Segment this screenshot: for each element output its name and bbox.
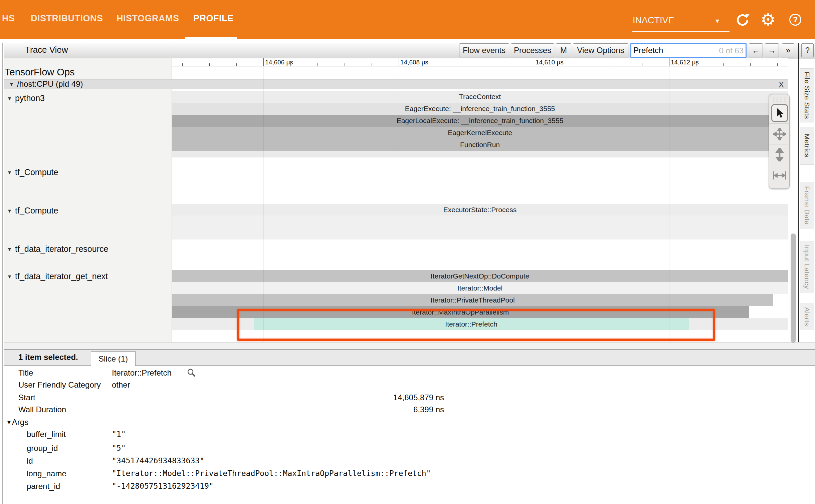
- arg-value: "-1428057513162923419": [112, 482, 214, 490]
- field-value-category: other: [112, 380, 130, 390]
- side-tab-alerts[interactable]: Alerts: [800, 303, 814, 330]
- trace-bar-iterator-model[interactable]: Iterator::Model: [172, 282, 788, 294]
- gridline: [669, 66, 669, 342]
- gridline: [263, 66, 264, 342]
- triangle-down-icon: ▼: [6, 419, 12, 426]
- caret-down-icon: ▾: [8, 95, 11, 102]
- trace-bar-eagerkernelexecute[interactable]: EagerKernelExecute: [172, 127, 788, 139]
- ruler-label: 14,612 μs: [671, 59, 699, 66]
- tab-distributions[interactable]: DISTRIBUTIONS: [31, 0, 103, 37]
- field-value-title: Iterator::Prefetch: [112, 368, 172, 378]
- pan-tool-button[interactable]: [769, 123, 790, 144]
- ruler-major-tick: [263, 58, 264, 66]
- marker-button[interactable]: M: [556, 43, 571, 57]
- more-button[interactable]: »: [782, 43, 794, 57]
- trace-bar-eagerlocalexecute[interactable]: EagerLocalExecute: __inference_train_fun…: [172, 115, 788, 127]
- caret-down-icon: ▾: [8, 207, 11, 214]
- caret-down-icon: ▾: [8, 245, 11, 253]
- arg-key: group_id: [27, 444, 58, 453]
- ruler-label: 14,606 μs: [265, 59, 293, 66]
- tab-histograms[interactable]: HISTOGRAMS: [117, 0, 179, 37]
- field-label-start: Start: [18, 393, 35, 402]
- trace-bar-privatethreadpool[interactable]: Iterator::PrivateThreadPool: [172, 294, 773, 306]
- thread-group-iterator-get-next[interactable]: ▾ tf_data_iterator_get_next: [8, 272, 108, 281]
- trace-bar-unlabeled[interactable]: [172, 151, 788, 157]
- gridline: [534, 66, 534, 342]
- section-title: TensorFlow Ops: [5, 67, 75, 78]
- thread-group-python3[interactable]: ▾ python3: [8, 93, 45, 103]
- search-result-count: 0 of 63: [719, 46, 744, 55]
- prev-result-button[interactable]: ←: [749, 43, 763, 57]
- tab-slice[interactable]: Slice (1): [91, 351, 136, 366]
- caret-down-icon: ▾: [8, 273, 11, 280]
- timing-icon: [773, 170, 786, 180]
- trace-bar-executorstate[interactable]: ExecutorState::Process: [172, 204, 788, 215]
- arg-key: parent_id: [27, 482, 60, 491]
- help-icon[interactable]: ?: [789, 14, 801, 26]
- thread-group-tf-compute-1[interactable]: ▾ tf_Compute: [8, 167, 58, 177]
- window-left-edge: [2, 43, 3, 504]
- zoom-tool-button[interactable]: [769, 144, 790, 165]
- trace-help-button[interactable]: ?: [801, 43, 814, 57]
- tab-profile[interactable]: PROFILE: [193, 0, 234, 37]
- search-input[interactable]: [633, 44, 718, 57]
- side-tab-file-size-stats[interactable]: File Size Stats: [800, 68, 814, 122]
- processes-button[interactable]: Processes: [511, 43, 554, 57]
- trace-bar-unlabeled[interactable]: [172, 215, 788, 239]
- trace-bar-tracecontext[interactable]: TraceContext: [172, 91, 788, 103]
- horizontal-scrollbar-track[interactable]: [4, 343, 815, 350]
- palette-grip-handle[interactable]: [773, 97, 786, 101]
- field-value-wall-duration: 6,399 ns: [112, 405, 444, 414]
- refresh-icon[interactable]: [735, 12, 751, 29]
- ruler-major-tick: [534, 58, 534, 66]
- side-tab-metrics[interactable]: Metrics: [800, 127, 814, 165]
- caret-down-icon: ▾: [10, 80, 13, 88]
- field-label-wall-duration: Wall Duration: [18, 405, 66, 414]
- trace-bar-functionrun[interactable]: FunctionRun: [172, 139, 788, 151]
- close-icon[interactable]: X: [779, 80, 784, 89]
- ruler-major-tick: [669, 58, 669, 66]
- timing-tool-button[interactable]: [769, 165, 790, 185]
- tab-graphs-truncated[interactable]: HS: [2, 0, 15, 37]
- side-tab-input-latency[interactable]: Input Latency: [800, 241, 814, 293]
- args-section-toggle[interactable]: ▼Args: [6, 418, 28, 427]
- side-tab-frame-data[interactable]: Frame Data: [800, 182, 814, 229]
- view-options-button[interactable]: View Options: [573, 43, 628, 57]
- trace-bar-prefetch-selected[interactable]: Iterator::Prefetch: [254, 318, 689, 330]
- ruler-label: 14,610 μs: [536, 59, 564, 66]
- thread-group-iterator-resource[interactable]: ▾ tf_data_iterator_resource: [8, 244, 108, 254]
- thread-group-tf-compute-2[interactable]: ▾ tf_Compute: [8, 206, 58, 215]
- flow-events-button[interactable]: Flow events: [459, 43, 509, 57]
- process-header-row[interactable]: ▾ /host:CPU (pid 49): [4, 79, 788, 89]
- vertical-scrollbar-thumb[interactable]: [791, 233, 796, 343]
- field-label-title: Title: [18, 368, 33, 378]
- run-status-dropdown[interactable]: INACTIVE ▾: [632, 13, 730, 32]
- caret-down-icon: ▾: [8, 169, 11, 176]
- ruler-major-tick: [399, 58, 399, 66]
- arg-key: id: [27, 456, 33, 466]
- arg-value: "345174426934833633": [112, 456, 204, 465]
- trace-bar-maxintraopparallelism[interactable]: Iterator::MaxIntraOpParallelism: [172, 306, 749, 318]
- process-header-label: /host:CPU (pid 49): [17, 79, 83, 89]
- arg-key: long_name: [27, 469, 66, 478]
- gear-icon[interactable]: ⚙: [761, 10, 776, 29]
- selection-summary: 1 item selected.: [18, 353, 78, 362]
- vertical-zoom-icon: [775, 148, 785, 161]
- trace-bar-iteratorgetnext[interactable]: IteratorGetNextOp::DoCompute: [172, 270, 788, 282]
- trace-view-title: Trace View: [25, 45, 68, 55]
- selection-tool-button[interactable]: [769, 103, 790, 123]
- search-box: 0 of 63: [630, 43, 747, 58]
- active-tab-underline: [185, 37, 237, 39]
- arg-key: buffer_limit: [27, 430, 66, 439]
- side-panel-divider: [798, 43, 799, 342]
- tensorboard-profiler-window: HS DISTRIBUTIONS HISTOGRAMS PROFILE INAC…: [0, 0, 815, 504]
- trace-bar-eagerexecute[interactable]: EagerExecute: __inference_train_function…: [172, 103, 788, 115]
- arg-value: "Iterator::Model::PrivateThreadPool::Max…: [112, 469, 431, 478]
- trace-row-prefetch: Iterator::Prefetch: [172, 318, 788, 330]
- field-label-category: User Friendly Category: [18, 380, 101, 390]
- chevron-down-icon: ▾: [716, 17, 719, 25]
- next-result-button[interactable]: →: [765, 43, 779, 57]
- trace-tool-palette: [769, 94, 790, 189]
- cursor-arrow-icon: [771, 104, 788, 122]
- magnifier-icon[interactable]: [186, 368, 196, 379]
